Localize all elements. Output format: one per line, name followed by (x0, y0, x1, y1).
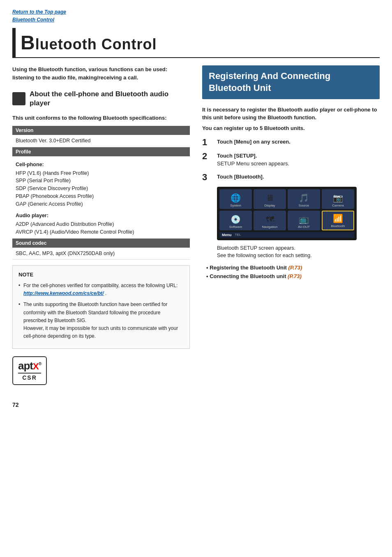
bullet-link-connect-ref: (P.73) (288, 273, 302, 279)
page-title-rest: luetooth Control (35, 36, 157, 53)
setup-cell-avout: 📺 AV-OUT (288, 211, 320, 230)
software-icon: 💿 (231, 214, 241, 224)
bullet-link-connect[interactable]: Connecting the Bluetooth unit (P.73) (206, 273, 380, 279)
step-2-number: 2 (202, 152, 212, 161)
bluetooth-label: Bluetooth (331, 224, 345, 228)
software-label: Software (229, 225, 242, 229)
navigation-label: Navigation (262, 225, 278, 229)
camera-label: Camera (332, 204, 344, 207)
note-title: NOTE (18, 271, 184, 279)
aptx-logo-inner: aptX® CSR (18, 360, 41, 381)
main-layout: Using the Bluetooth function, various fu… (12, 65, 380, 385)
note-url-link[interactable]: http://www.kenwood.com/cs/ce/bt/ (23, 290, 104, 296)
list-item: GAP (Generic Access Profile) (16, 200, 187, 208)
section-heading-icon (12, 92, 25, 105)
aptx-logo: aptX® CSR (12, 356, 47, 385)
list-item: HFP (V1.6) (Hands Free Profile) (16, 169, 187, 177)
spec-table: Version Bluetooth Ver. 3.0+EDR Certified… (12, 126, 190, 260)
audio-player-items: A2DP (Advanced Audio Distribution Profil… (16, 220, 187, 236)
about-section-heading: About the cell-phone and Bluetooth audio… (12, 90, 190, 108)
x-letter: X (33, 361, 39, 371)
appear-text: Bluetooth SETUP screen appears. See the … (217, 244, 380, 260)
csr-label: CSR (18, 373, 41, 381)
breadcrumb-link-top[interactable]: Return to the Top page (12, 8, 380, 16)
right-heading-text: Registering And Connecting Bluetooth Uni… (209, 70, 373, 94)
avout-icon: 📺 (299, 214, 309, 224)
source-label: Source (299, 204, 309, 207)
conforms-text: This unit conforms to the following Blue… (12, 114, 190, 122)
list-item: AVRCP (V1.4) (Audio/Video Remote Control… (16, 228, 187, 236)
display-label: Display (264, 204, 275, 207)
avout-label: AV-OUT (298, 225, 310, 229)
note-item-2: The units supporting the Bluetooth funct… (18, 301, 184, 340)
step-1-text: Touch [Menu] on any screen. (217, 139, 291, 145)
bullet-link-register-ref: (P.73) (288, 265, 302, 271)
sound-codec-header: Sound codec (12, 238, 190, 248)
about-heading-text: About the cell-phone and Bluetooth audio… (30, 90, 190, 108)
cell-phone-items: HFP (V1.6) (Hands Free Profile) SPP (Ser… (16, 169, 187, 208)
breadcrumb: Return to the Top page Bluetooth Control (12, 8, 380, 24)
version-header: Version (12, 126, 190, 135)
step-1-content: Touch [Menu] on any screen. (217, 138, 291, 146)
system-label: System (230, 204, 241, 207)
bluetooth-icon: 📶 (333, 214, 343, 223)
profile-cell: Cell-phone: HFP (V1.6) (Hands Free Profi… (12, 156, 190, 238)
aptx-logo-text: aptX® (18, 360, 41, 371)
apt-text: apt (18, 360, 33, 372)
note-item-1: For the cell-phones verified for compati… (18, 282, 184, 297)
setup-cell-software: 💿 Software (219, 211, 252, 230)
step-1-number: 1 (202, 138, 212, 147)
bullet-links: Registering the Bluetooth Unit (P.73) Co… (206, 265, 380, 279)
step-2-normal: SETUP Menu screen appears. (217, 160, 289, 168)
right-column: Registering And Connecting Bluetooth Uni… (202, 65, 380, 385)
step-3-number: 3 (202, 173, 212, 182)
setup-cell-navigation: 🗺 Navigation (254, 211, 286, 230)
profile-header: Profile (12, 147, 190, 156)
left-column: Using the Bluetooth function, various fu… (12, 65, 190, 385)
step-3: 3 Touch [Bluetooth]. (202, 173, 380, 182)
page-title: Bluetooth Control (21, 31, 375, 54)
page-title-initial: B (21, 32, 35, 53)
note-box: NOTE For the cell-phones verified for co… (12, 265, 190, 349)
bullet-link-register-text: Registering the Bluetooth Unit (210, 265, 288, 271)
bullet-link-connect-text: Connecting the Bluetooth unit (210, 273, 288, 279)
setup-screen-image: 🌐 System 🖥 Display 🎵 Source 📷 Camera (217, 187, 357, 240)
tel-label: TEL (235, 233, 241, 237)
list-item: SPP (Serial Port Profile) (16, 177, 187, 185)
registered-symbol: ® (39, 362, 41, 367)
page-title-wrapper: Bluetooth Control (12, 28, 380, 58)
left-intro: Using the Bluetooth function, various fu… (12, 65, 190, 81)
setup-cell-bluetooth: 📶 Bluetooth (322, 211, 354, 230)
bullet-link-register[interactable]: Registering the Bluetooth Unit (P.73) (206, 265, 380, 271)
list-item: SDP (Service Discovery Profile) (16, 185, 187, 193)
step-1: 1 Touch [Menu] on any screen. (202, 138, 380, 147)
step-2-content: Touch [SETUP]. SETUP Menu screen appears… (217, 152, 289, 168)
step-2: 2 Touch [SETUP]. SETUP Menu screen appea… (202, 152, 380, 168)
page-number: 72 (12, 402, 380, 408)
system-icon: 🌐 (231, 193, 241, 203)
setup-grid: 🌐 System 🖥 Display 🎵 Source 📷 Camera (219, 189, 354, 230)
note-item-1-text-after: . (105, 290, 106, 296)
step-3-text: Touch [Bluetooth]. (217, 174, 264, 180)
camera-icon: 📷 (333, 193, 343, 203)
setup-cell-display: 🖥 Display (254, 189, 286, 209)
sound-codec-value: SBC, AAC, MP3, aptX (DNX7250DAB only) (12, 248, 190, 260)
version-value: Bluetooth Ver. 3.0+EDR Certified (12, 135, 190, 147)
right-heading-box: Registering And Connecting Bluetooth Uni… (202, 65, 380, 99)
breadcrumb-link-bluetooth[interactable]: Bluetooth Control (12, 16, 380, 24)
right-intro: It is necessary to register the Bluetoot… (202, 106, 380, 122)
menu-label: Menu (222, 233, 232, 237)
setup-cell-camera: 📷 Camera (322, 189, 354, 209)
step-2-bold: Touch [SETUP]. (217, 152, 289, 160)
cell-phone-label: Cell-phone: (16, 161, 187, 169)
display-icon: 🖥 (266, 193, 274, 203)
setup-menu-bar: Menu TEL (219, 232, 354, 238)
note-item-2-text: The units supporting the Bluetooth funct… (23, 302, 178, 339)
source-icon: 🎵 (299, 193, 309, 203)
list-item: PBAP (Phonebook Access Profile) (16, 193, 187, 200)
setup-cell-source: 🎵 Source (288, 189, 320, 209)
navigation-icon: 🗺 (266, 215, 274, 224)
appear-text-1: Bluetooth SETUP screen appears. (217, 244, 380, 252)
setup-cell-system: 🌐 System (219, 189, 252, 209)
step-3-content: Touch [Bluetooth]. (217, 173, 264, 181)
